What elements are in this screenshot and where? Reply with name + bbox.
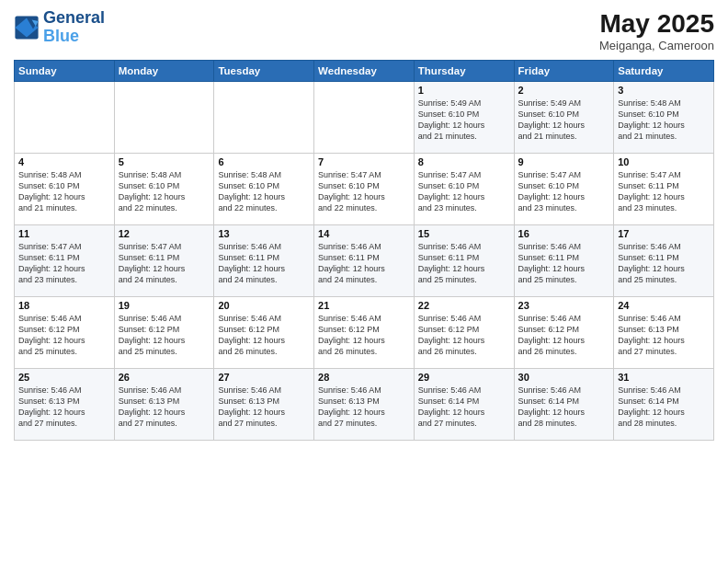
day-detail: Sunrise: 5:46 AM Sunset: 6:13 PM Dayligh…	[318, 385, 410, 430]
weekday-saturday: Saturday	[614, 61, 714, 82]
day-number: 22	[418, 300, 510, 311]
day-cell: 4Sunrise: 5:48 AM Sunset: 6:10 PM Daylig…	[15, 154, 115, 225]
day-detail: Sunrise: 5:46 AM Sunset: 6:12 PM Dayligh…	[518, 313, 610, 358]
day-cell: 24Sunrise: 5:46 AM Sunset: 6:13 PM Dayli…	[614, 297, 714, 369]
day-detail: Sunrise: 5:46 AM Sunset: 6:13 PM Dayligh…	[18, 385, 110, 430]
weekday-sunday: Sunday	[15, 61, 115, 82]
day-cell	[114, 82, 214, 154]
day-cell: 25Sunrise: 5:46 AM Sunset: 6:13 PM Dayli…	[15, 369, 115, 441]
day-detail: Sunrise: 5:46 AM Sunset: 6:13 PM Dayligh…	[618, 313, 710, 358]
weekday-tuesday: Tuesday	[214, 61, 314, 82]
day-cell: 21Sunrise: 5:46 AM Sunset: 6:12 PM Dayli…	[314, 297, 415, 369]
day-cell: 3Sunrise: 5:48 AM Sunset: 6:10 PM Daylig…	[614, 82, 714, 154]
day-number: 6	[218, 156, 310, 167]
week-row-3: 11Sunrise: 5:47 AM Sunset: 6:11 PM Dayli…	[15, 225, 714, 297]
day-cell: 1Sunrise: 5:49 AM Sunset: 6:10 PM Daylig…	[414, 82, 514, 154]
day-number: 26	[119, 372, 210, 383]
day-detail: Sunrise: 5:46 AM Sunset: 6:12 PM Dayligh…	[119, 313, 210, 358]
weekday-monday: Monday	[114, 61, 214, 82]
day-number: 21	[318, 300, 410, 311]
month-year: May 2025	[599, 9, 714, 39]
day-number: 20	[218, 300, 310, 311]
day-cell: 9Sunrise: 5:47 AM Sunset: 6:10 PM Daylig…	[514, 154, 614, 225]
day-number: 19	[119, 300, 210, 311]
header: General Blue May 2025 Meiganga, Cameroon	[14, 9, 714, 52]
day-number: 18	[18, 300, 110, 311]
day-number: 25	[18, 372, 110, 383]
title-block: May 2025 Meiganga, Cameroon	[599, 9, 714, 52]
day-detail: Sunrise: 5:46 AM Sunset: 6:11 PM Dayligh…	[518, 241, 610, 286]
day-cell: 31Sunrise: 5:46 AM Sunset: 6:14 PM Dayli…	[614, 369, 714, 441]
day-detail: Sunrise: 5:47 AM Sunset: 6:10 PM Dayligh…	[318, 169, 410, 214]
day-detail: Sunrise: 5:47 AM Sunset: 6:10 PM Dayligh…	[518, 169, 610, 214]
day-detail: Sunrise: 5:48 AM Sunset: 6:10 PM Dayligh…	[618, 98, 710, 143]
day-cell: 10Sunrise: 5:47 AM Sunset: 6:11 PM Dayli…	[614, 154, 714, 225]
week-row-2: 4Sunrise: 5:48 AM Sunset: 6:10 PM Daylig…	[15, 154, 714, 225]
day-cell: 29Sunrise: 5:46 AM Sunset: 6:14 PM Dayli…	[414, 369, 514, 441]
day-cell	[314, 82, 415, 154]
day-cell: 2Sunrise: 5:49 AM Sunset: 6:10 PM Daylig…	[514, 82, 614, 154]
day-number: 28	[318, 372, 410, 383]
day-cell: 13Sunrise: 5:46 AM Sunset: 6:11 PM Dayli…	[214, 225, 314, 297]
day-cell: 17Sunrise: 5:46 AM Sunset: 6:11 PM Dayli…	[614, 225, 714, 297]
day-cell: 6Sunrise: 5:48 AM Sunset: 6:10 PM Daylig…	[214, 154, 314, 225]
day-cell: 27Sunrise: 5:46 AM Sunset: 6:13 PM Dayli…	[214, 369, 314, 441]
day-number: 3	[618, 85, 710, 96]
day-number: 8	[418, 156, 510, 167]
day-number: 31	[618, 372, 710, 383]
day-number: 30	[518, 372, 610, 383]
day-cell: 11Sunrise: 5:47 AM Sunset: 6:11 PM Dayli…	[15, 225, 115, 297]
day-number: 12	[119, 228, 210, 239]
day-detail: Sunrise: 5:46 AM Sunset: 6:11 PM Dayligh…	[418, 241, 510, 286]
day-detail: Sunrise: 5:47 AM Sunset: 6:10 PM Dayligh…	[418, 169, 510, 214]
day-number: 7	[318, 156, 410, 167]
logo-icon	[14, 15, 40, 40]
day-cell: 18Sunrise: 5:46 AM Sunset: 6:12 PM Dayli…	[15, 297, 115, 369]
day-number: 5	[119, 156, 210, 167]
day-detail: Sunrise: 5:48 AM Sunset: 6:10 PM Dayligh…	[218, 169, 310, 214]
day-number: 10	[618, 156, 710, 167]
day-cell: 15Sunrise: 5:46 AM Sunset: 6:11 PM Dayli…	[414, 225, 514, 297]
week-row-4: 18Sunrise: 5:46 AM Sunset: 6:12 PM Dayli…	[15, 297, 714, 369]
day-number: 4	[18, 156, 110, 167]
day-cell: 12Sunrise: 5:47 AM Sunset: 6:11 PM Dayli…	[114, 225, 214, 297]
day-cell: 5Sunrise: 5:48 AM Sunset: 6:10 PM Daylig…	[114, 154, 214, 225]
day-number: 9	[518, 156, 610, 167]
day-detail: Sunrise: 5:46 AM Sunset: 6:11 PM Dayligh…	[218, 241, 310, 286]
week-row-1: 1Sunrise: 5:49 AM Sunset: 6:10 PM Daylig…	[15, 82, 714, 154]
day-number: 27	[218, 372, 310, 383]
day-number: 13	[218, 228, 310, 239]
logo: General Blue	[14, 9, 105, 46]
day-cell: 7Sunrise: 5:47 AM Sunset: 6:10 PM Daylig…	[314, 154, 415, 225]
day-detail: Sunrise: 5:46 AM Sunset: 6:14 PM Dayligh…	[518, 385, 610, 430]
weekday-wednesday: Wednesday	[314, 61, 415, 82]
day-number: 1	[418, 85, 510, 96]
day-number: 17	[618, 228, 710, 239]
logo-line1: General	[43, 9, 105, 28]
day-cell: 30Sunrise: 5:46 AM Sunset: 6:14 PM Dayli…	[514, 369, 614, 441]
day-number: 23	[518, 300, 610, 311]
day-number: 29	[418, 372, 510, 383]
day-detail: Sunrise: 5:46 AM Sunset: 6:11 PM Dayligh…	[318, 241, 410, 286]
day-cell: 26Sunrise: 5:46 AM Sunset: 6:13 PM Dayli…	[114, 369, 214, 441]
logo-line2: Blue	[43, 28, 105, 46]
day-cell: 23Sunrise: 5:46 AM Sunset: 6:12 PM Dayli…	[514, 297, 614, 369]
page: General Blue May 2025 Meiganga, Cameroon…	[0, 0, 728, 563]
day-detail: Sunrise: 5:46 AM Sunset: 6:13 PM Dayligh…	[119, 385, 210, 430]
day-detail: Sunrise: 5:46 AM Sunset: 6:12 PM Dayligh…	[318, 313, 410, 358]
day-detail: Sunrise: 5:46 AM Sunset: 6:12 PM Dayligh…	[218, 313, 310, 358]
day-number: 14	[318, 228, 410, 239]
location: Meiganga, Cameroon	[599, 39, 714, 52]
day-detail: Sunrise: 5:47 AM Sunset: 6:11 PM Dayligh…	[618, 169, 710, 214]
weekday-thursday: Thursday	[414, 61, 514, 82]
calendar: SundayMondayTuesdayWednesdayThursdayFrid…	[14, 60, 714, 441]
day-detail: Sunrise: 5:46 AM Sunset: 6:14 PM Dayligh…	[418, 385, 510, 430]
day-cell: 14Sunrise: 5:46 AM Sunset: 6:11 PM Dayli…	[314, 225, 415, 297]
day-detail: Sunrise: 5:48 AM Sunset: 6:10 PM Dayligh…	[18, 169, 110, 214]
week-row-5: 25Sunrise: 5:46 AM Sunset: 6:13 PM Dayli…	[15, 369, 714, 441]
weekday-friday: Friday	[514, 61, 614, 82]
day-number: 16	[518, 228, 610, 239]
day-detail: Sunrise: 5:49 AM Sunset: 6:10 PM Dayligh…	[418, 98, 510, 143]
weekday-header-row: SundayMondayTuesdayWednesdayThursdayFrid…	[15, 61, 714, 82]
day-cell: 8Sunrise: 5:47 AM Sunset: 6:10 PM Daylig…	[414, 154, 514, 225]
